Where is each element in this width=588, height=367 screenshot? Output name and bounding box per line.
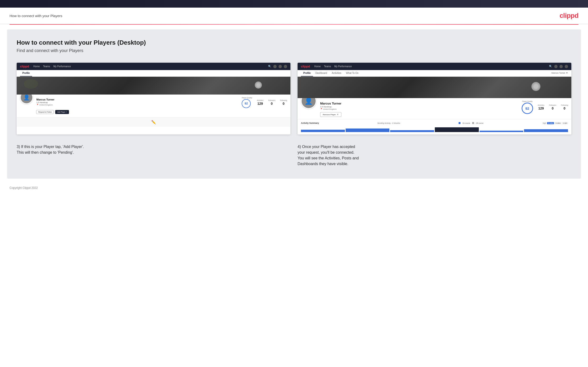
user-icon-2[interactable]: [554, 65, 558, 68]
quality-stat-2: Player Quality 92: [522, 100, 533, 114]
mock-nav-right-2: 🔍: [549, 65, 568, 68]
quality-stat-1: Player Quality 92: [242, 97, 252, 108]
action-buttons-1: Request to Follow Add Player +: [36, 110, 287, 114]
golf-banner-2: [298, 77, 571, 98]
location-pin-icon-2: 📍: [320, 108, 322, 110]
golf-banner-1: [17, 77, 290, 94]
mock-nav-2: clippd Home Teams My Performance 🔍: [298, 63, 571, 70]
settings-icon-1[interactable]: [278, 65, 282, 68]
activity-summary: Activity Summary Monthly Activity - 6 Mo…: [298, 119, 571, 134]
followers-stat-2: Followers 0: [549, 104, 556, 110]
player-location-1: 📍 United Kingdom: [36, 104, 238, 106]
remove-player-button[interactable]: Remove Player ✕: [320, 112, 341, 117]
tab-profile-2[interactable]: Profile: [301, 70, 313, 76]
mock-nav-1: clippd Home Teams My Performance 🔍: [17, 63, 290, 70]
top-bar: [0, 0, 588, 8]
profile-section-1: 👤 Marcus Turner 1-5 Handicap 📍 United Ki…: [17, 94, 290, 117]
time-1yr[interactable]: 1 yr: [542, 122, 547, 124]
followers-label-1: Followers: [268, 100, 275, 101]
quality-label-1: Player Quality: [242, 97, 252, 99]
time-3mths[interactable]: 3 mths: [554, 122, 561, 124]
player-name-1: Marcus Turner: [36, 98, 238, 101]
quality-label-2: Player Quality: [522, 100, 533, 102]
activities-value-1: 129: [257, 102, 264, 106]
activity-title: Activity Summary: [301, 122, 319, 124]
mock-nav-links-2: Home Teams My Performance: [314, 65, 352, 68]
avatar-person-icon-1: 👤: [23, 94, 30, 101]
add-player-button[interactable]: Add Player +: [55, 110, 69, 114]
caption-step3: 3) If this is your Player tap, 'Add Play…: [17, 142, 290, 167]
activities-value-2: 129: [538, 106, 545, 110]
followers-value-1: 0: [268, 102, 275, 106]
activity-period: Monthly Activity - 6 Months: [378, 122, 400, 124]
nav-home-1[interactable]: Home: [33, 65, 40, 68]
player-handicap-2: 1-5 Handicap: [320, 106, 518, 108]
caption-step4-text: 4) Once your Player has acceptedyour req…: [298, 144, 571, 167]
following-label-2: Following: [561, 104, 568, 106]
player-handicap-1: 1-5 Handicap: [36, 101, 238, 104]
profile-info-2: Marcus Turner 1-5 Handicap 📍 United King…: [320, 100, 518, 117]
screenshot-2: clippd Home Teams My Performance 🔍 Profi…: [298, 63, 571, 134]
nav-myperformance-1[interactable]: My Performance: [53, 65, 71, 68]
clippd-logo: clippd: [560, 12, 579, 19]
bar-6: [524, 129, 568, 132]
copyright-text: Copyright Clippd 2022: [9, 186, 38, 190]
avatar-person-icon-2: 👤: [304, 97, 313, 105]
offcourse-legend-dot: [472, 122, 474, 124]
followers-label-2: Followers: [549, 104, 556, 106]
bar-2: [346, 128, 390, 132]
mock-tabs-2: Profile Dashboard Activities What To On …: [298, 70, 571, 77]
mock-tabs-1: Profile: [17, 70, 290, 77]
activity-header: Activity Summary Monthly Activity - 6 Mo…: [301, 122, 568, 124]
location-pin-icon: 📍: [36, 104, 39, 106]
search-icon-2[interactable]: 🔍: [549, 65, 552, 68]
offcourse-label: Off course: [476, 122, 484, 124]
tab-activities-2[interactable]: Activities: [329, 70, 344, 76]
screenshot-1: clippd Home Teams My Performance 🔍 Profi…: [17, 63, 290, 134]
oncourse-legend-dot: [458, 122, 460, 124]
activity-bars: [301, 126, 568, 132]
settings-icon-2[interactable]: [560, 65, 563, 68]
activities-label-1: Activities: [257, 100, 264, 101]
player-selector[interactable]: Marcus Turner ▼: [552, 70, 568, 76]
nav-teams-2[interactable]: Teams: [324, 65, 331, 68]
oncourse-label: On course: [462, 122, 470, 124]
followers-value-2: 0: [549, 106, 556, 110]
search-icon-1[interactable]: 🔍: [268, 65, 271, 68]
activities-stat-2: Activities 129: [538, 104, 545, 110]
header: How to connect with your Players clippd: [0, 8, 588, 24]
request-follow-button[interactable]: Request to Follow: [36, 110, 54, 114]
profile-row-1: 👤 Marcus Turner 1-5 Handicap 📍 United Ki…: [20, 97, 287, 108]
stats-row-1: Player Quality 92 Activities 129 Followe…: [242, 97, 287, 108]
following-value-2: 0: [561, 106, 568, 110]
footer: Copyright Clippd 2022: [0, 184, 588, 192]
nav-myperformance-2[interactable]: My Performance: [334, 65, 352, 68]
profile-info-1: Marcus Turner 1-5 Handicap 📍 United King…: [36, 97, 238, 106]
activity-legend: On course Off course: [458, 122, 483, 124]
nav-home-2[interactable]: Home: [314, 65, 321, 68]
player-location-2: 📍 United Kingdom: [320, 108, 518, 110]
header-divider: [9, 24, 579, 25]
captions-row: 3) If this is your Player tap, 'Add Play…: [17, 142, 571, 167]
following-stat-2: Following 0: [561, 104, 568, 110]
caption-step4: 4) Once your Player has acceptedyour req…: [298, 142, 571, 167]
user-icon-1[interactable]: [273, 65, 277, 68]
avatar-icon-1[interactable]: [284, 65, 287, 68]
activities-stat-1: Activities 129: [257, 100, 264, 106]
mock-logo-2: clippd: [301, 65, 310, 68]
tab-whattoon-2[interactable]: What To On: [344, 70, 361, 76]
following-label-1: Following: [280, 100, 287, 101]
mock-nav-right-1: 🔍: [268, 65, 287, 68]
following-stat-1: Following 0: [280, 100, 287, 106]
time-1mth[interactable]: 1 mth: [562, 122, 568, 124]
mock-nav-links-1: Home Teams My Performance: [33, 65, 71, 68]
bar-1: [301, 130, 345, 132]
pencil-icon: ✏️: [151, 120, 156, 125]
time-6mths[interactable]: 6 mths: [547, 122, 554, 124]
nav-teams-1[interactable]: Teams: [43, 65, 50, 68]
quality-circle-2: 92: [522, 103, 533, 114]
tab-dashboard-2[interactable]: Dashboard: [313, 70, 329, 76]
tab-profile-1[interactable]: Profile: [20, 70, 32, 76]
avatar-icon-2[interactable]: [565, 65, 568, 68]
quality-circle-1: 92: [242, 99, 251, 108]
